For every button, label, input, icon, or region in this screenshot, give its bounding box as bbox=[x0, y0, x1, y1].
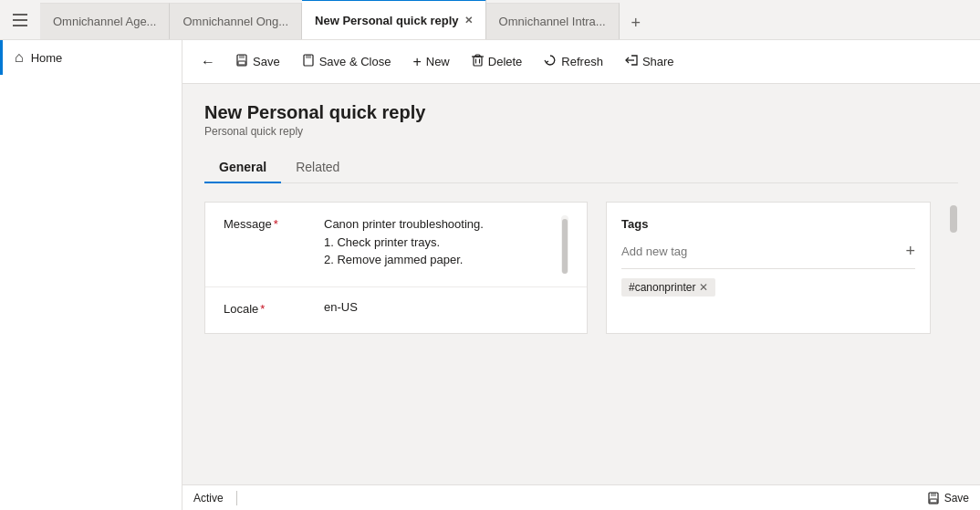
page-title: New Personal quick reply bbox=[204, 102, 958, 123]
status-save-label: Save bbox=[944, 492, 969, 505]
tags-title: Tags bbox=[621, 217, 915, 231]
tab-general[interactable]: General bbox=[204, 152, 281, 183]
tags-list: #canonprinter ✕ bbox=[621, 278, 915, 297]
refresh-label: Refresh bbox=[561, 55, 603, 68]
close-icon[interactable]: ✕ bbox=[464, 15, 473, 26]
share-button[interactable]: Share bbox=[616, 50, 683, 73]
status-divider bbox=[236, 491, 237, 505]
share-icon bbox=[625, 54, 638, 69]
tab-new-personal-quick-reply[interactable]: New Personal quick reply ✕ bbox=[302, 0, 486, 39]
save-icon bbox=[235, 54, 248, 69]
form-card: Message* Canon printer troubleshooting.1… bbox=[204, 202, 588, 334]
svg-rect-4 bbox=[239, 55, 245, 58]
status-save-button[interactable]: Save bbox=[927, 492, 969, 505]
tags-add-input[interactable] bbox=[621, 245, 905, 258]
save-close-icon bbox=[302, 54, 315, 69]
status-save-icon bbox=[927, 492, 940, 505]
tag-chip: #canonprinter ✕ bbox=[621, 278, 715, 297]
back-button[interactable]: ← bbox=[193, 47, 223, 77]
sidebar-item-label: Home bbox=[31, 51, 63, 65]
new-icon: + bbox=[412, 55, 421, 69]
tag-remove-button[interactable]: ✕ bbox=[699, 281, 708, 294]
new-button[interactable]: + New bbox=[403, 51, 458, 73]
locale-row: Locale* en-US bbox=[205, 287, 587, 333]
status-label: Active bbox=[193, 492, 224, 505]
save-close-button[interactable]: Save & Close bbox=[293, 50, 401, 73]
content-area: ← Save Save & Close + New bbox=[182, 40, 980, 510]
share-label: Share bbox=[642, 55, 674, 68]
delete-button[interactable]: Delete bbox=[463, 50, 532, 73]
svg-rect-1 bbox=[13, 19, 27, 21]
message-row: Message* Canon printer troubleshooting.1… bbox=[205, 203, 587, 287]
tab-related[interactable]: Related bbox=[281, 152, 354, 183]
svg-rect-8 bbox=[474, 57, 482, 66]
right-scrollbar[interactable] bbox=[949, 202, 958, 334]
page-content: New Personal quick reply Personal quick … bbox=[182, 84, 980, 484]
page-subtitle: Personal quick reply bbox=[204, 125, 958, 138]
svg-rect-16 bbox=[930, 499, 937, 503]
right-scrollbar-thumb bbox=[950, 205, 957, 233]
tabs-container: Omnichannel Age... Omnichannel Ong... Ne… bbox=[40, 0, 980, 39]
svg-rect-0 bbox=[13, 14, 27, 16]
tab-navigation: General Related bbox=[204, 152, 958, 183]
svg-rect-10 bbox=[475, 55, 480, 57]
tab-omnichannel-intra[interactable]: Omnichannel Intra... bbox=[486, 3, 620, 39]
tab-omnichannel-age[interactable]: Omnichannel Age... bbox=[40, 3, 170, 39]
new-label: New bbox=[426, 55, 450, 68]
save-close-label: Save & Close bbox=[319, 55, 391, 68]
locale-value: en-US bbox=[324, 300, 568, 314]
save-label: Save bbox=[253, 55, 280, 68]
main-layout: ⌂ Home ← Save Save & Close + New bbox=[0, 40, 980, 510]
save-button[interactable]: Save bbox=[226, 50, 289, 73]
scrollbar-thumb bbox=[562, 219, 568, 274]
tags-add-row: + bbox=[621, 242, 915, 269]
tab-bar: Omnichannel Age... Omnichannel Ong... Ne… bbox=[0, 0, 980, 40]
message-scrollbar[interactable] bbox=[561, 215, 568, 274]
svg-rect-15 bbox=[931, 493, 936, 496]
tag-label: #canonprinter bbox=[629, 281, 695, 294]
svg-rect-7 bbox=[306, 55, 311, 58]
locale-label: Locale* bbox=[224, 300, 324, 316]
add-tag-button[interactable]: + bbox=[905, 242, 915, 261]
tags-card: Tags + #canonprinter ✕ bbox=[606, 202, 931, 334]
tab-label: Omnichannel Intra... bbox=[499, 15, 606, 28]
form-grid: Message* Canon printer troubleshooting.1… bbox=[204, 202, 958, 334]
hamburger-button[interactable] bbox=[0, 0, 40, 40]
tab-label: Omnichannel Ong... bbox=[182, 15, 288, 28]
required-indicator: * bbox=[260, 302, 265, 316]
status-bar: Active Save bbox=[182, 484, 980, 510]
svg-rect-2 bbox=[13, 25, 27, 26]
delete-icon bbox=[472, 54, 484, 69]
required-indicator: * bbox=[274, 217, 278, 231]
refresh-button[interactable]: Refresh bbox=[535, 50, 612, 73]
tab-label: Omnichannel Age... bbox=[53, 15, 156, 28]
message-label: Message* bbox=[224, 215, 324, 231]
svg-rect-5 bbox=[238, 61, 245, 65]
sidebar-item-home[interactable]: ⌂ Home bbox=[0, 40, 182, 75]
add-tab-button[interactable]: + bbox=[620, 6, 652, 39]
refresh-icon bbox=[544, 54, 557, 69]
message-text: Canon printer troubleshooting.1. Check p… bbox=[324, 215, 554, 274]
toolbar: ← Save Save & Close + New bbox=[182, 40, 980, 84]
tab-label: New Personal quick reply bbox=[315, 14, 459, 27]
message-value: Canon printer troubleshooting.1. Check p… bbox=[324, 215, 568, 274]
sidebar: ⌂ Home bbox=[0, 40, 182, 510]
tab-omnichannel-ong[interactable]: Omnichannel Ong... bbox=[170, 3, 302, 39]
home-icon: ⌂ bbox=[15, 49, 24, 66]
delete-label: Delete bbox=[488, 55, 523, 68]
